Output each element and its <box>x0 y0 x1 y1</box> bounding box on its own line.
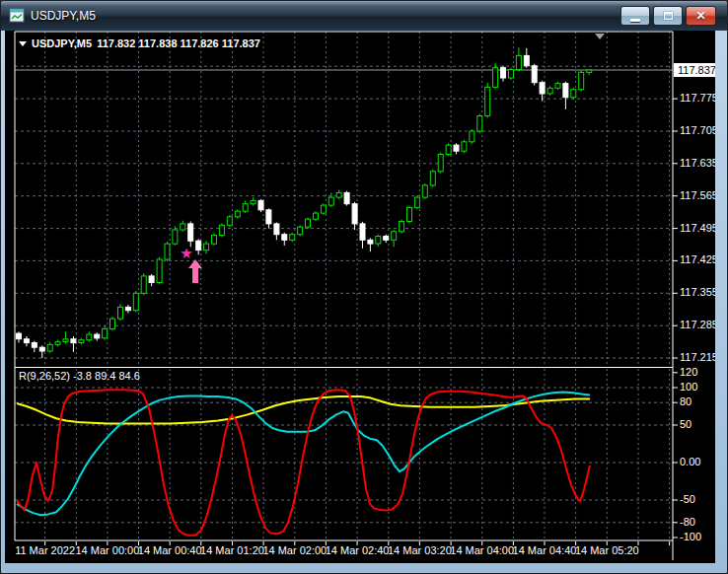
bear-candle <box>188 224 193 241</box>
bull-candle <box>173 230 178 244</box>
wpr-red-line <box>17 390 590 535</box>
price-axis-tick: 117.635 <box>680 157 715 169</box>
buy-star-icon: ★ <box>180 245 192 262</box>
bear-candle <box>71 339 76 343</box>
bull-candle <box>587 70 592 72</box>
bull-candle <box>414 197 419 207</box>
bull-candle <box>133 293 138 310</box>
bear-candle <box>454 145 459 151</box>
bull-candle <box>55 342 60 345</box>
bull-candle <box>181 224 185 230</box>
bull-candle <box>430 172 435 185</box>
indicator-axis-tick: -100 <box>680 531 701 542</box>
indicator-label: R(9,26,52) -3.8 89.4 84.6 <box>19 370 140 382</box>
wpr-yellow-line <box>17 396 590 423</box>
chevron-down-icon <box>19 41 27 46</box>
bear-candle <box>501 68 506 78</box>
price-axis-tick: 117.355 <box>680 286 715 298</box>
maximize-icon <box>664 12 673 20</box>
buy-arrow-icon <box>188 259 202 283</box>
close-icon: ✕ <box>695 10 705 22</box>
indicator-axis-tick: 120 <box>680 366 697 378</box>
indicator-axis-tick: 100 <box>680 381 697 393</box>
price-axis-tick: 117.215 <box>680 351 715 363</box>
bear-candle <box>282 235 287 241</box>
bull-candle <box>306 219 311 227</box>
chart-client-area[interactable]: ★ USDJPY,M5 117.832 117.838 117.826 117.… <box>5 31 715 563</box>
bear-candle <box>524 55 529 65</box>
time-axis-label: 14 Mar 05:20 <box>565 544 648 556</box>
bear-candle <box>32 343 36 348</box>
bull-candle <box>110 319 115 328</box>
window-icon <box>9 8 25 24</box>
bull-candle <box>118 307 123 319</box>
bull-candle <box>290 235 295 241</box>
bear-candle <box>196 241 201 250</box>
minimize-button[interactable] <box>620 6 650 26</box>
bull-candle <box>446 145 451 154</box>
window-title: USDJPY,M5 <box>31 9 96 23</box>
price-axis-tick: 117.705 <box>680 124 715 136</box>
bull-candle <box>314 213 319 219</box>
bull-candle <box>321 205 326 213</box>
close-button[interactable]: ✕ <box>686 6 716 26</box>
bull-candle <box>555 84 560 89</box>
bear-candle <box>39 347 44 351</box>
bull-candle <box>328 197 333 205</box>
chart-canvas[interactable]: ★ <box>5 31 715 563</box>
bear-candle <box>125 307 130 310</box>
bear-candle <box>274 224 279 235</box>
bull-candle <box>407 207 412 221</box>
indicator-axis-tick: 0.00 <box>680 456 700 467</box>
bull-candle <box>516 55 521 69</box>
current-price-box: 117.837 <box>674 63 715 77</box>
bull-candle <box>477 116 482 132</box>
bull-candle <box>376 237 381 245</box>
bull-candle <box>243 204 248 212</box>
bull-candle <box>579 72 584 89</box>
price-axis-tick: 117.495 <box>680 222 715 234</box>
indicator-axis-tick: 50 <box>680 418 692 430</box>
bear-candle <box>360 224 365 240</box>
bull-candle <box>509 70 514 79</box>
bear-candle <box>258 200 263 209</box>
bull-candle <box>79 340 84 343</box>
price-axis-tick: 117.425 <box>680 253 715 265</box>
indicator-axis-tick: -50 <box>680 493 695 505</box>
bull-candle <box>204 244 209 251</box>
symbol-label: USDJPY,M5 <box>32 37 92 49</box>
bull-candle <box>336 192 341 197</box>
bear-candle <box>344 192 349 203</box>
title-bar[interactable]: USDJPY,M5 ✕ <box>1 1 727 31</box>
bull-candle <box>298 227 303 235</box>
chart-shift-marker-icon <box>595 34 605 39</box>
bull-candle <box>392 232 397 241</box>
bull-candle <box>422 185 427 197</box>
bear-candle <box>24 339 29 343</box>
indicator-axis-tick: 80 <box>680 395 692 407</box>
bull-candle <box>63 339 68 342</box>
price-axis-tick: 117.565 <box>680 189 715 201</box>
bull-candle <box>485 87 490 115</box>
chart-window: USDJPY,M5 ✕ ★ USDJPY,M5 117.832 117.838 … <box>0 0 728 574</box>
bear-candle <box>368 240 373 244</box>
bear-candle <box>563 84 568 98</box>
bear-candle <box>532 66 537 83</box>
bull-candle <box>438 154 443 171</box>
maximize-button[interactable] <box>653 6 683 26</box>
price-axis-tick: 117.285 <box>680 319 715 330</box>
bear-candle <box>149 276 154 283</box>
bull-candle <box>462 142 467 151</box>
bull-candle <box>571 90 576 98</box>
bull-candle <box>141 276 146 293</box>
bear-candle <box>95 334 100 338</box>
bear-candle <box>352 204 357 224</box>
bull-candle <box>547 88 552 94</box>
bull-candle <box>400 222 404 232</box>
bear-candle <box>384 237 389 241</box>
indicator-axis-tick: -80 <box>680 516 695 528</box>
chart-header: USDJPY,M5 117.832 117.838 117.826 117.83… <box>19 37 260 49</box>
bull-candle <box>165 244 170 259</box>
bull-candle <box>493 68 498 88</box>
bear-candle <box>540 83 545 94</box>
